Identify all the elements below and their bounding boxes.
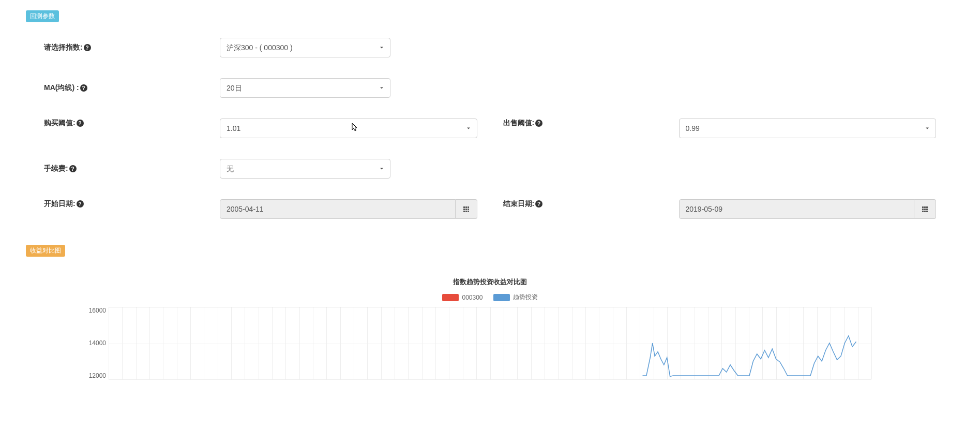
- legend-label: 000300: [462, 294, 483, 301]
- help-icon[interactable]: ?: [77, 200, 84, 208]
- calendar-button[interactable]: [914, 199, 936, 219]
- chart-plot[interactable]: 160001400012000: [109, 307, 871, 379]
- fee-select[interactable]: 无: [220, 159, 390, 179]
- fee-label: 手续费: ?: [44, 164, 220, 173]
- calendar-button[interactable]: [456, 199, 477, 219]
- chart-section: 收益对比图 指数趋势投资收益对比图 000300 趋势投资 1600014000…: [26, 245, 954, 379]
- end-date-label-text: 结束日期:: [503, 199, 535, 209]
- legend-swatch: [442, 294, 459, 301]
- chart-line-svg: [109, 307, 871, 379]
- start-date-input[interactable]: [220, 199, 456, 219]
- help-icon[interactable]: ?: [535, 120, 542, 127]
- sell-threshold-label-text: 出售阈值:: [503, 119, 535, 128]
- legend-label: 趋势投资: [513, 293, 538, 302]
- help-icon[interactable]: ?: [77, 120, 84, 127]
- legend-item-trend[interactable]: 趋势投资: [493, 293, 538, 302]
- start-date-label: 开始日期: ?: [44, 199, 220, 209]
- fee-label-text: 手续费:: [44, 164, 68, 173]
- start-date-label-text: 开始日期:: [44, 199, 76, 209]
- ma-label: MA(均线) : ?: [44, 83, 220, 93]
- chart-container: 指数趋势投资收益对比图 000300 趋势投资 160001400012000: [26, 277, 954, 379]
- y-tick: 16000: [89, 307, 106, 314]
- buy-threshold-label: 购买阈值: ?: [44, 119, 220, 128]
- index-label: 请选择指数: ?: [44, 43, 220, 52]
- params-badge: 回测参数: [26, 10, 59, 22]
- sell-threshold-select[interactable]: 0.99: [679, 119, 937, 138]
- y-tick: 14000: [89, 339, 106, 347]
- help-icon[interactable]: ?: [69, 165, 77, 172]
- y-tick: 12000: [89, 372, 106, 379]
- legend-item-000300[interactable]: 000300: [442, 293, 483, 302]
- help-icon[interactable]: ?: [535, 200, 542, 208]
- params-form: 请选择指数: ? 沪深300 - ( 000300 ) MA(均线) : ? 2…: [26, 38, 954, 219]
- help-icon[interactable]: ?: [80, 84, 87, 92]
- end-date-label: 结束日期: ?: [503, 199, 679, 209]
- help-icon[interactable]: ?: [84, 44, 91, 51]
- legend-swatch: [493, 294, 510, 301]
- ma-select[interactable]: 20日: [220, 78, 390, 98]
- index-select[interactable]: 沪深300 - ( 000300 ): [220, 38, 390, 57]
- chart-badge: 收益对比图: [26, 245, 65, 257]
- y-axis: 160001400012000: [83, 307, 106, 379]
- buy-threshold-select[interactable]: 1.01: [220, 119, 477, 138]
- chart-title: 指数趋势投资收益对比图: [26, 277, 954, 287]
- calendar-icon: [922, 206, 928, 212]
- chart-legend: 000300 趋势投资: [26, 293, 954, 302]
- index-label-text: 请选择指数:: [44, 43, 83, 52]
- buy-threshold-label-text: 购买阈值:: [44, 119, 76, 128]
- calendar-icon: [463, 206, 469, 212]
- ma-label-text: MA(均线) :: [44, 83, 79, 93]
- sell-threshold-label: 出售阈值: ?: [503, 119, 679, 128]
- end-date-input[interactable]: [679, 199, 915, 219]
